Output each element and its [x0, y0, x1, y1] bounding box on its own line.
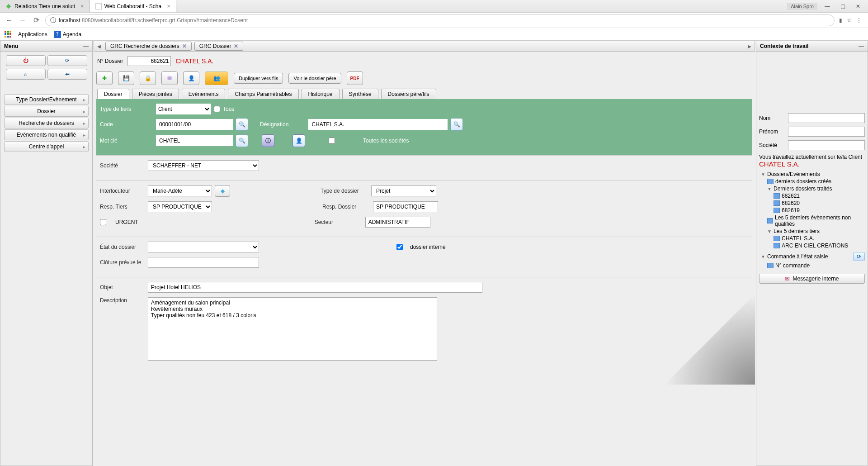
- tree-dossier-682619[interactable]: 682619: [759, 207, 865, 214]
- num-dossier-input[interactable]: [127, 56, 171, 66]
- window-user-badge[interactable]: Alain Spro: [787, 3, 817, 10]
- tab-close-1[interactable]: ×: [167, 3, 170, 10]
- add-button[interactable]: ✚: [96, 71, 113, 85]
- bookmark-applications[interactable]: Applications: [18, 31, 47, 38]
- bookmark-agenda[interactable]: 7 Agenda: [54, 31, 81, 38]
- window-minimize-icon[interactable]: —: [824, 3, 831, 10]
- info-button[interactable]: ⓘ: [262, 134, 274, 147]
- lock-button[interactable]: 🔒: [140, 71, 156, 85]
- tree-numcmd[interactable]: N° commande: [759, 262, 865, 269]
- site-bookmark-tag-icon[interactable]: ▮: [839, 17, 842, 24]
- tab-synthese[interactable]: Synthèse: [342, 89, 378, 99]
- nav-back-icon[interactable]: ←: [5, 16, 14, 24]
- tree-last5ev[interactable]: Les 5 derniers évènements non qualifiés: [759, 214, 865, 228]
- star-icon[interactable]: ☆: [847, 17, 852, 24]
- pdf-button[interactable]: PDF: [347, 71, 363, 85]
- tab-close-0[interactable]: ×: [80, 3, 84, 10]
- tab-dossier[interactable]: Dossier: [97, 89, 129, 99]
- tree-dossier-682620[interactable]: 682620: [759, 200, 865, 207]
- designation-input[interactable]: [308, 119, 448, 130]
- disclosure-icon[interactable]: ▼: [767, 229, 772, 234]
- ctx-nom-input[interactable]: [788, 113, 865, 123]
- disclosure-icon[interactable]: ▼: [761, 172, 765, 177]
- tab-champs[interactable]: Champs Paramètrables: [228, 89, 298, 99]
- disclosure-icon[interactable]: ▼: [767, 186, 772, 191]
- type-tiers-select[interactable]: Client: [156, 104, 211, 114]
- worktab-recherche[interactable]: GRC Recherche de dossiers✕: [105, 42, 192, 51]
- objet-input[interactable]: [148, 282, 482, 293]
- resptiers-select[interactable]: SP PRODUCTIQUE: [148, 201, 212, 212]
- tree-created[interactable]: derniers dossiers créés: [759, 178, 865, 185]
- menu-item-evenements[interactable]: Evènements non qualifié: [4, 129, 89, 140]
- motcle-search-button[interactable]: 🔍: [236, 134, 248, 147]
- urgent-checkbox[interactable]: [100, 219, 106, 225]
- interloc-lookup-button[interactable]: ◆: [215, 185, 230, 197]
- respdos-input[interactable]: [373, 201, 438, 212]
- code-search-button[interactable]: 🔍: [236, 118, 248, 131]
- menu-item-centre-appel[interactable]: Centre d'appel: [4, 141, 89, 152]
- tree-tiers-arcenciel[interactable]: ARC EN CIEL CREATIONS: [759, 242, 865, 249]
- ctx-societe-input[interactable]: [788, 140, 865, 150]
- tab-pieces[interactable]: Pièces jointes: [132, 89, 179, 99]
- tree-root[interactable]: ▼Dossiers/Evènements: [759, 171, 865, 178]
- person-info-button[interactable]: 👤: [292, 134, 305, 147]
- dossier-interne-checkbox[interactable]: [396, 244, 403, 250]
- menu-item-dossier[interactable]: Dossier: [4, 106, 89, 117]
- societe-select[interactable]: SCHAEFFER - NET: [148, 160, 259, 171]
- worktab-dossier[interactable]: GRC Dossier✕: [194, 42, 244, 51]
- context-collapse-icon[interactable]: —: [859, 43, 864, 49]
- back-button[interactable]: ⬅: [47, 69, 87, 80]
- code-input[interactable]: [156, 119, 233, 130]
- tab-evenements[interactable]: Evènements: [182, 89, 226, 99]
- menu-collapse-icon[interactable]: —: [83, 43, 89, 49]
- dupliquer-button[interactable]: Dupliquer vers fils: [234, 73, 283, 84]
- user-button[interactable]: 👤: [183, 71, 199, 85]
- tree-treated-root[interactable]: ▼Derniers dossiers traités: [759, 185, 865, 192]
- apps-grid-icon[interactable]: [5, 31, 12, 38]
- save-button[interactable]: 💾: [118, 71, 134, 85]
- address-bar[interactable]: ⓘ localhost:8080/webcollaboratif/fr.scha…: [45, 14, 835, 26]
- tree-last5tiers-root[interactable]: ▼Les 5 derniers tiers: [759, 228, 865, 235]
- home-button[interactable]: ⌂: [6, 69, 46, 80]
- secteur-input[interactable]: [365, 217, 430, 228]
- menu-item-type-dossier[interactable]: Type Dossier/Evènement: [4, 94, 89, 105]
- worktabs-right-arrow-icon[interactable]: ►: [745, 43, 755, 50]
- etat-select[interactable]: [148, 242, 259, 252]
- commande-refresh-button[interactable]: ⟳: [853, 252, 865, 261]
- messagerie-button[interactable]: ✉ Messagerie interne: [759, 274, 865, 284]
- ctx-prenom-input[interactable]: [788, 127, 865, 137]
- typedos-select[interactable]: Projet: [371, 185, 436, 196]
- refresh-button[interactable]: ⟳: [47, 55, 87, 66]
- tab-historique[interactable]: Historique: [302, 89, 340, 99]
- site-info-icon[interactable]: ⓘ: [50, 16, 56, 24]
- tree-tiers-chatel[interactable]: CHATEL S.A.: [759, 235, 865, 242]
- people-button[interactable]: 👥: [205, 71, 228, 85]
- menu-item-recherche[interactable]: Recherche de dossiers: [4, 118, 89, 128]
- designation-search-button[interactable]: 🔍: [450, 118, 463, 131]
- worktabs-left-arrow-icon[interactable]: ◄: [94, 43, 104, 50]
- motcle-label: Mot clé: [100, 138, 153, 144]
- voir-pere-button[interactable]: Voir le dossier père: [288, 73, 341, 84]
- toutes-societes-checkbox[interactable]: [329, 138, 335, 144]
- worktab-close-icon[interactable]: ✕: [234, 43, 238, 49]
- disclosure-icon[interactable]: ▼: [761, 254, 765, 259]
- worktab-close-icon[interactable]: ✕: [182, 43, 187, 49]
- motcle-input[interactable]: [156, 135, 233, 146]
- description-textarea[interactable]: Aménagement du salon principal Revêtemen…: [148, 297, 437, 361]
- nav-forward-icon[interactable]: →: [18, 16, 27, 24]
- mail-button[interactable]: ✉: [161, 71, 178, 85]
- nav-reload-icon[interactable]: ⟳: [32, 16, 41, 24]
- cloture-input[interactable]: [148, 257, 259, 268]
- tab-perefils[interactable]: Dossiers père/fils: [381, 89, 436, 99]
- window-close-icon[interactable]: ✕: [854, 3, 862, 10]
- tree-commande-root[interactable]: ▼Commande à l'état saisie: [759, 253, 828, 260]
- power-button[interactable]: ⏻: [6, 55, 46, 66]
- tree-dossier-682621[interactable]: 682621: [759, 192, 865, 200]
- kebab-menu-icon[interactable]: ⋮: [856, 17, 862, 24]
- interloc-select[interactable]: Marie-Adèle: [148, 185, 212, 196]
- browser-tab-0[interactable]: Relations Tiers une soluti ×: [0, 0, 90, 12]
- window-maximize-icon[interactable]: ▢: [839, 3, 846, 10]
- tous-checkbox[interactable]: [214, 106, 220, 112]
- browser-tab-1[interactable]: Web Collaboratif - Scha ×: [90, 0, 176, 12]
- code-label: Code: [100, 121, 153, 128]
